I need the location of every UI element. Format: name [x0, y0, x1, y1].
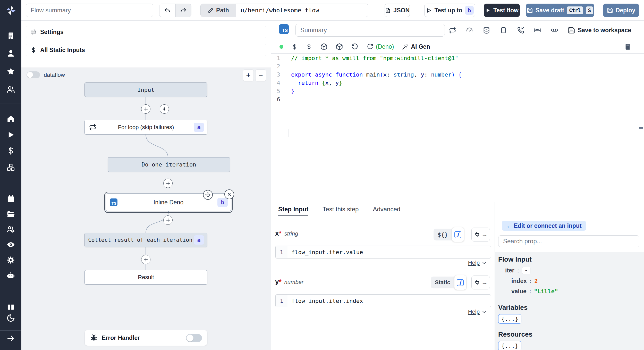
add-trigger-button[interactable] — [160, 104, 169, 114]
field-x-connect-button[interactable]: → — [471, 228, 490, 241]
flow-input-prop-row[interactable]: value:"Lille" — [511, 288, 644, 295]
add-step-button[interactable] — [163, 215, 173, 225]
save-draft-button[interactable]: Save draft Ctrl S — [526, 4, 594, 17]
user-icon[interactable] — [6, 49, 15, 58]
box-icon[interactable] — [336, 43, 343, 51]
rotate-ccw-icon[interactable] — [351, 43, 359, 51]
folder-open-icon[interactable] — [6, 210, 15, 219]
voicemail-icon[interactable] — [551, 27, 558, 34]
home-icon[interactable] — [6, 114, 15, 123]
code-line[interactable] — [291, 95, 636, 104]
field-x-help[interactable]: Help — [468, 260, 487, 266]
undo-button[interactable] — [159, 4, 175, 17]
add-step-button[interactable] — [141, 255, 150, 264]
ai-gen-button[interactable]: AI Gen — [402, 43, 430, 50]
redo-button[interactable] — [175, 4, 191, 17]
mode-function-selected[interactable]: ƒ — [454, 275, 466, 290]
node-input[interactable]: Input — [84, 82, 207, 97]
route-icon[interactable] — [534, 27, 541, 34]
users-cog-icon[interactable] — [6, 225, 15, 234]
eye-icon[interactable] — [6, 240, 15, 249]
code-editor[interactable]: 123456 // import * as wmill from "npm:wi… — [271, 54, 644, 202]
calendar-icon[interactable] — [6, 194, 15, 204]
boxes-icon[interactable] — [6, 163, 15, 172]
flow-summary-input[interactable] — [26, 4, 153, 17]
save-to-workspace-button[interactable]: Save to workspace — [568, 27, 631, 34]
box-icon[interactable] — [320, 43, 328, 51]
mode-expr-label[interactable]: ${} — [434, 231, 452, 238]
node-collect-result[interactable]: Collect result of each iteration a — [84, 233, 207, 247]
test-up-to-button[interactable]: Test up to b — [424, 4, 475, 17]
moon-icon[interactable] — [6, 313, 15, 323]
mode-static-label[interactable]: Static — [431, 279, 454, 286]
all-static-inputs-button[interactable]: All Static Inputs — [26, 44, 266, 56]
gear-icon[interactable] — [6, 255, 15, 265]
deno-label: (Deno) — [376, 43, 394, 50]
database-icon[interactable] — [483, 27, 490, 34]
add-step-button[interactable] — [141, 104, 150, 114]
flow-input-prop-row[interactable]: iter:- — [505, 267, 644, 274]
line-number: 6 — [271, 95, 286, 104]
code-line[interactable]: return {x, y} — [291, 79, 636, 87]
robot-icon[interactable] — [6, 271, 15, 280]
path-edit-button[interactable]: Path — [201, 4, 236, 17]
gauge-icon[interactable] — [466, 27, 473, 34]
code-line[interactable]: // import * as wmill from "npm:windmill-… — [291, 54, 636, 62]
node-do-one-iteration[interactable]: Do one iteration — [108, 157, 230, 172]
building-icon[interactable] — [6, 31, 15, 40]
resources-object-chip[interactable]: {...} — [498, 341, 521, 350]
field-name: y — [275, 278, 279, 286]
tab-step-input[interactable]: Step Input — [278, 202, 308, 216]
windmill-logo[interactable] — [0, 0, 21, 21]
code-line[interactable] — [291, 62, 636, 71]
error-handler-toggle[interactable] — [186, 334, 202, 342]
save-icon — [527, 7, 533, 13]
dollar-icon[interactable] — [306, 44, 312, 50]
tab-test-this-step[interactable]: Test this step — [323, 202, 359, 216]
zoom-out-button[interactable]: − — [255, 69, 266, 81]
field-y-connect-button[interactable]: → — [471, 276, 490, 289]
flow-input-prop-row[interactable]: index:2 — [511, 278, 644, 285]
deploy-button[interactable]: Deploy — [603, 4, 639, 17]
redo-icon — [180, 7, 187, 14]
code-line[interactable]: } — [291, 87, 636, 95]
node-for-loop[interactable]: For loop (skip failures) a — [84, 120, 207, 135]
node-result[interactable]: Result — [84, 270, 207, 285]
summary-input[interactable] — [295, 24, 445, 37]
repeat-icon[interactable] — [449, 27, 456, 34]
dollar-icon[interactable] — [291, 44, 298, 50]
star-icon[interactable] — [6, 67, 15, 76]
test-flow-button[interactable]: Test flow — [484, 4, 520, 17]
plus-icon — [143, 257, 148, 262]
flow-canvas[interactable]: dataflow + − Input For loop (skip failur… — [21, 68, 271, 350]
field-y-expression[interactable]: 1 flow_input.iter.index — [275, 294, 491, 307]
zoom-in-button[interactable]: + — [243, 69, 254, 81]
field-x-expression[interactable]: 1 flow_input.iter.value — [275, 246, 491, 259]
search-prop-input[interactable] — [498, 235, 639, 247]
settings-button[interactable]: Settings — [26, 26, 266, 38]
play-icon[interactable] — [6, 130, 15, 139]
users-icon[interactable] — [6, 85, 15, 94]
bug-icon — [90, 334, 98, 342]
delete-node-button[interactable] — [224, 189, 234, 199]
edit-or-connect-chip[interactable]: ← Edit or connect an input — [502, 221, 586, 231]
book-open-icon[interactable] — [6, 302, 15, 312]
error-handler-card[interactable]: Error Handler — [84, 330, 207, 346]
tab-advanced[interactable]: Advanced — [373, 202, 400, 216]
book-icon[interactable] — [624, 43, 631, 50]
smartphone-icon[interactable] — [500, 27, 507, 34]
move-node-button[interactable] — [203, 190, 213, 200]
mode-function-selected[interactable]: ƒ — [452, 227, 464, 242]
dollar-icon[interactable] — [6, 146, 15, 155]
path-value[interactable]: u/henri/wholesome_flow — [236, 7, 368, 14]
deno-runtime[interactable]: (Deno) — [367, 43, 394, 50]
arrow-right-icon[interactable] — [6, 334, 15, 343]
add-step-button[interactable] — [163, 179, 173, 188]
json-button[interactable]: JSON — [385, 4, 410, 17]
code-line[interactable]: export async function main(x: string, y:… — [291, 71, 636, 79]
variables-object-chip[interactable]: {...} — [498, 314, 521, 324]
node-inline-deno-label: Inline Deno — [154, 199, 183, 206]
field-y-help[interactable]: Help — [468, 309, 487, 315]
dataflow-toggle[interactable] — [27, 71, 40, 78]
phone-incoming-icon[interactable] — [517, 27, 524, 34]
